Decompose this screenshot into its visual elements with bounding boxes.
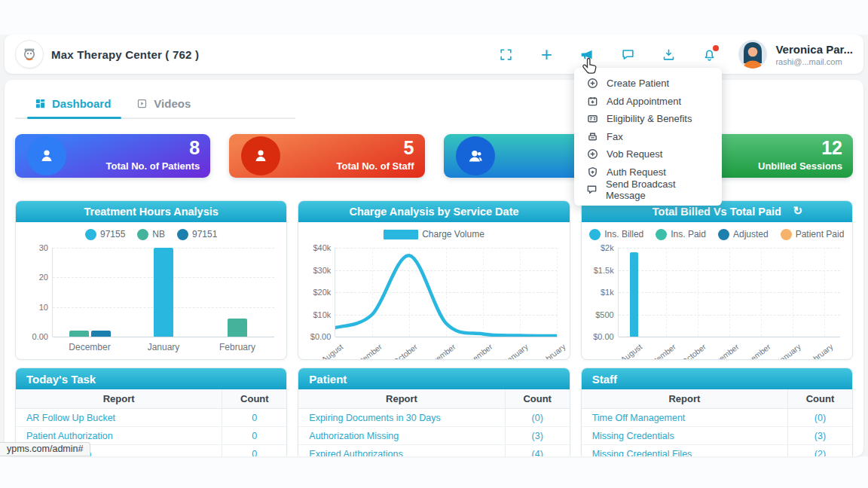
count-value: (4) bbox=[505, 445, 570, 456]
report-link[interactable]: Missing Credential Files bbox=[582, 449, 787, 457]
legend-item[interactable]: 97151 bbox=[177, 229, 217, 240]
menu-item-eligibility-benefits[interactable]: Eligibility & Benefits bbox=[574, 110, 722, 128]
column-count: Count bbox=[505, 389, 570, 408]
table-row[interactable]: Missing Credential Files(2) bbox=[582, 445, 852, 456]
report-link[interactable]: Missing Credentials bbox=[582, 431, 787, 441]
clinic-name: Max Therapy Center ( 762 ) bbox=[51, 48, 199, 61]
count-value: 0 bbox=[222, 409, 286, 426]
fullscreen-icon[interactable] bbox=[497, 45, 515, 63]
charts-row: Treatment Hours Analysis 97155NB97151 0.… bbox=[15, 200, 853, 360]
announcement-icon[interactable] bbox=[578, 45, 596, 63]
table-title: Staff bbox=[582, 368, 852, 389]
refresh-icon[interactable]: ↻ bbox=[793, 204, 802, 218]
report-link[interactable]: Expired Authorizations bbox=[298, 449, 504, 457]
stat-card-patients[interactable]: 8 Total No. of Patients bbox=[15, 134, 210, 178]
bar bbox=[154, 248, 173, 337]
table-row[interactable]: AR Follow Up Bucket0 bbox=[16, 409, 286, 427]
chart-panel-charge-analysis: Charge Analysis by Service Date Charge V… bbox=[298, 200, 570, 360]
download-icon[interactable] bbox=[659, 45, 677, 63]
count-value: (3) bbox=[505, 427, 570, 444]
x-axis-label: October bbox=[391, 342, 419, 360]
report-link[interactable]: Patient Authorization bbox=[16, 431, 222, 441]
table-header: Report Count bbox=[16, 389, 286, 409]
x-axis-label: December bbox=[460, 342, 494, 360]
menu-item-fax[interactable]: Fax bbox=[574, 128, 722, 146]
bar bbox=[630, 252, 638, 337]
main-panel: Dashboard Videos 8 Total No. of Patients… bbox=[5, 80, 863, 456]
menu-item-send-broadcast[interactable]: Send Broadcast Message bbox=[574, 181, 722, 199]
x-axis-label: February bbox=[804, 342, 834, 360]
count-value: 0 bbox=[222, 445, 286, 456]
stat-value: 8 bbox=[189, 137, 200, 159]
header-actions: + bbox=[497, 45, 718, 63]
legend-item[interactable]: Patient Paid bbox=[781, 229, 845, 240]
table-row[interactable]: Time Off Management(0) bbox=[582, 409, 852, 427]
menu-item-add-appointment[interactable]: Add Appointment bbox=[574, 93, 722, 111]
chart-legend: Ins. BilledIns. PaidAdjustedPatient Paid bbox=[582, 224, 852, 245]
x-axis-label: December bbox=[53, 342, 127, 352]
brand: Max Therapy Center ( 762 ) bbox=[15, 40, 199, 69]
report-link[interactable]: Expiring Documents in 30 Days bbox=[298, 413, 504, 423]
line-chart: $0.00$10k$20k$30k$40kAugustSeptemberOcto… bbox=[335, 248, 557, 337]
menu-item-create-patient[interactable]: Create Patient bbox=[574, 75, 722, 93]
x-axis-label: September bbox=[348, 342, 384, 360]
table-row[interactable]: Authorization Missing(3) bbox=[298, 427, 569, 445]
x-axis-label: August bbox=[619, 342, 643, 360]
notification-badge bbox=[713, 45, 719, 51]
tab-bar: Dashboard Videos bbox=[15, 89, 295, 119]
dog-logo-icon bbox=[20, 44, 39, 64]
x-axis-label: February bbox=[200, 342, 274, 352]
circle-add-icon bbox=[586, 148, 598, 160]
bottom-margin bbox=[0, 456, 868, 488]
user-menu[interactable]: Veronica Par... rashi@...mail.com bbox=[738, 39, 853, 69]
clinic-logo[interactable] bbox=[15, 40, 44, 69]
table-body: Expiring Documents in 30 Days(0)Authoriz… bbox=[298, 409, 569, 456]
browser-status-tooltip: ypms.com/admin# bbox=[0, 442, 90, 456]
person-icon bbox=[241, 136, 280, 175]
stat-card-staff[interactable]: 5 Total No. of Staff bbox=[229, 134, 424, 178]
bar bbox=[69, 331, 89, 337]
report-link[interactable]: AR Follow Up Bucket bbox=[16, 413, 222, 423]
person-add-icon bbox=[586, 78, 598, 90]
chart-title: Charge Analysis by Service Date bbox=[349, 206, 518, 218]
column-report: Report bbox=[582, 393, 787, 404]
count-value: 0 bbox=[222, 427, 286, 444]
chat-icon[interactable] bbox=[619, 45, 637, 63]
table-title: Today's Task bbox=[16, 368, 286, 389]
menu-item-vob-request[interactable]: Vob Request bbox=[574, 145, 722, 163]
fax-icon bbox=[586, 130, 598, 142]
report-link[interactable]: Time Off Management bbox=[582, 413, 787, 423]
x-axis-label: September bbox=[641, 342, 677, 360]
notifications-icon[interactable] bbox=[700, 45, 718, 63]
table-row[interactable]: Expired Authorizations(4) bbox=[298, 445, 569, 456]
bar bbox=[91, 331, 111, 337]
table-patient: Patient Report Count Expiring Documents … bbox=[298, 368, 570, 456]
count-value: (3) bbox=[787, 427, 852, 444]
legend-item[interactable]: Ins. Paid bbox=[656, 229, 706, 240]
tab-videos[interactable]: Videos bbox=[136, 89, 191, 117]
legend-item[interactable]: Charge Volume bbox=[384, 229, 484, 239]
x-axis-label: January bbox=[502, 342, 530, 360]
chart-title: Treatment Hours Analysis bbox=[84, 206, 218, 218]
x-axis-label: January bbox=[127, 342, 200, 352]
shield-add-icon bbox=[586, 166, 598, 178]
x-axis-label: December bbox=[738, 342, 772, 360]
top-margin bbox=[0, 0, 868, 35]
x-axis-label: November bbox=[423, 342, 457, 360]
tab-dashboard[interactable]: Dashboard bbox=[35, 89, 111, 117]
legend-item[interactable]: 97155 bbox=[85, 229, 125, 240]
video-icon bbox=[136, 98, 148, 109]
legend-item[interactable]: NB bbox=[137, 229, 165, 240]
count-value: (0) bbox=[505, 409, 570, 426]
report-link[interactable]: Authorization Missing bbox=[298, 431, 504, 441]
stat-label: Unbilled Sessions bbox=[758, 160, 842, 172]
chart-panel-treatment-hours: Treatment Hours Analysis 97155NB97151 0.… bbox=[15, 200, 287, 360]
table-body: Time Off Management(0)Missing Credential… bbox=[582, 409, 852, 456]
add-icon[interactable]: + bbox=[537, 45, 555, 63]
legend-item[interactable]: Adjusted bbox=[718, 229, 769, 240]
x-axis-label: August bbox=[319, 342, 344, 360]
calendar-add-icon bbox=[586, 95, 598, 107]
legend-item[interactable]: Ins. Billed bbox=[589, 229, 643, 240]
table-row[interactable]: Expiring Documents in 30 Days(0) bbox=[298, 409, 569, 427]
table-row[interactable]: Missing Credentials(3) bbox=[582, 427, 852, 445]
